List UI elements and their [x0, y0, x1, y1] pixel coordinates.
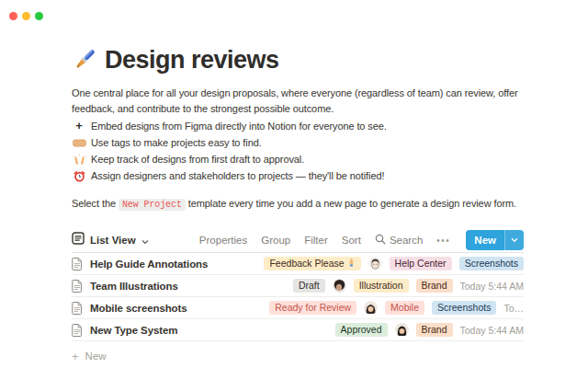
- toolbar-actions: Properties Group Filter Sort Search ••• …: [199, 230, 524, 250]
- new-entry-split-button[interactable]: New: [466, 230, 524, 250]
- view-switcher[interactable]: List View: [72, 232, 149, 248]
- category-tag[interactable]: Illustration: [354, 279, 409, 293]
- view-name: List View: [90, 235, 136, 246]
- last-edited-time: Today 5:44 AM: [460, 325, 524, 336]
- new-entry-button[interactable]: New: [466, 230, 504, 250]
- status-tag[interactable]: Approved: [335, 323, 388, 337]
- intro-paragraph[interactable]: One central place for all your design pr…: [72, 86, 524, 117]
- sort-button[interactable]: Sort: [342, 235, 361, 246]
- feature-list: + Embed designs from Figma directly into…: [72, 118, 524, 184]
- table-row[interactable]: Help Guide Annotations Feedback Please H…: [72, 253, 524, 275]
- feature-text: Use tags to make projects easy to find.: [91, 134, 262, 151]
- avatar[interactable]: [333, 279, 346, 293]
- feature-text: Embed designs from Figma directly into N…: [91, 118, 387, 134]
- page-document-icon: [72, 258, 84, 270]
- avatar[interactable]: [364, 301, 378, 315]
- add-row-button[interactable]: + New: [72, 344, 524, 368]
- row-title[interactable]: Mobile screenshots: [90, 303, 187, 314]
- feature-text: Assign designers and stakeholders to pro…: [91, 167, 384, 184]
- new-entry-dropdown-button[interactable]: [504, 230, 524, 250]
- properties-button[interactable]: Properties: [199, 235, 247, 246]
- status-tag[interactable]: Feedback Please: [264, 257, 360, 270]
- category-tag[interactable]: Help Center: [390, 257, 452, 270]
- row-properties: Ready for Review Mobile Screenshots To…: [269, 301, 524, 315]
- window-controls: [9, 12, 43, 20]
- close-window-button[interactable]: [9, 12, 17, 20]
- category-tag[interactable]: Mobile: [385, 301, 424, 315]
- row-properties: Feedback Please Help Center Screenshots: [264, 257, 524, 270]
- page-document-icon: [72, 280, 84, 293]
- row-title[interactable]: Help Guide Annotations: [90, 259, 208, 270]
- table-row[interactable]: Team Illustrations Draft Illustration Br…: [72, 275, 524, 297]
- search-icon: [375, 234, 386, 247]
- minimize-window-button[interactable]: [22, 12, 30, 20]
- chevron-down-icon: [141, 232, 149, 248]
- status-label: Feedback Please: [269, 257, 344, 270]
- hint-text-before: Select the: [72, 198, 119, 209]
- plus-icon: +: [72, 118, 86, 134]
- page-document-icon: [72, 324, 84, 337]
- praying-hands-icon: [347, 257, 356, 270]
- feature-line[interactable]: + Embed designs from Figma directly into…: [72, 118, 524, 134]
- more-options-button[interactable]: •••: [436, 236, 450, 246]
- database-toolbar: List View Properties Group Filter Sort S…: [72, 228, 524, 253]
- last-edited-time: To…: [503, 303, 524, 314]
- raised-hands-icon: [72, 154, 86, 165]
- category-tag[interactable]: Brand: [416, 279, 453, 293]
- page-header: Design reviews: [72, 46, 524, 75]
- label-tag-icon: [72, 139, 86, 147]
- feature-text: Keep track of designs from first draft t…: [91, 151, 304, 167]
- page-document-icon: [72, 302, 84, 315]
- template-hint: Select the New Project template every ti…: [72, 196, 524, 213]
- avatar[interactable]: [395, 323, 409, 337]
- category-tag[interactable]: Brand: [416, 323, 453, 337]
- notion-page: Design reviews One central place for all…: [72, 46, 524, 368]
- table-row[interactable]: Mobile screenshots Ready for Review Mobi…: [72, 297, 524, 319]
- list-view-icon: [72, 232, 85, 248]
- category-tag[interactable]: Screenshots: [459, 257, 524, 270]
- table-row[interactable]: New Type System Approved Brand Today 5:4…: [72, 319, 524, 341]
- search-label: Search: [390, 235, 423, 246]
- add-row-label: New: [85, 351, 107, 362]
- filter-button[interactable]: Filter: [304, 235, 328, 246]
- avatar[interactable]: [368, 257, 382, 270]
- group-button[interactable]: Group: [261, 235, 290, 246]
- status-tag[interactable]: Ready for Review: [269, 301, 356, 315]
- page-title[interactable]: Design reviews: [105, 46, 279, 75]
- new-project-code: New Project: [119, 199, 186, 211]
- plus-icon: +: [72, 350, 79, 363]
- hint-text-after: template every time you add a new page t…: [186, 198, 516, 209]
- row-properties: Draft Illustration Brand Today 5:44 AM: [293, 279, 524, 293]
- alarm-clock-icon: [72, 170, 86, 182]
- zoom-window-button[interactable]: [35, 12, 43, 20]
- status-tag[interactable]: Draft: [293, 279, 325, 293]
- category-tag[interactable]: Screenshots: [432, 301, 496, 315]
- last-edited-time: Today 5:44 AM: [460, 281, 524, 292]
- row-title[interactable]: Team Illustrations: [90, 281, 178, 292]
- row-title[interactable]: New Type System: [90, 325, 177, 336]
- search-button[interactable]: Search: [375, 234, 423, 247]
- paintbrush-icon[interactable]: [72, 48, 96, 73]
- feature-line[interactable]: Assign designers and stakeholders to pro…: [72, 167, 524, 184]
- feature-line[interactable]: Keep track of designs from first draft t…: [72, 151, 524, 167]
- row-properties: Approved Brand Today 5:44 AM: [335, 323, 524, 337]
- feature-line[interactable]: Use tags to make projects easy to find.: [72, 134, 524, 151]
